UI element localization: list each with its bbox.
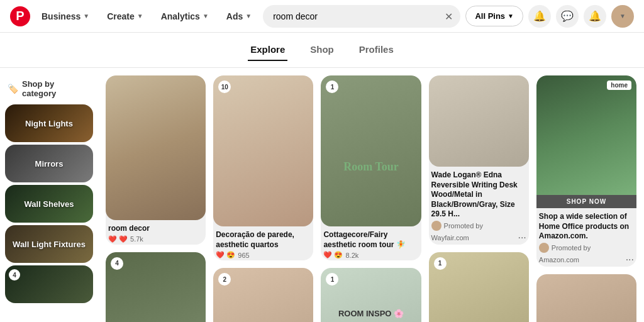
column-5: home SHOP NOW Shop a wide selection of H…	[536, 75, 636, 322]
category-item-mirrors[interactable]: Mirrors	[5, 145, 93, 182]
pin-card-room-decor2[interactable]: Room Decor	[536, 274, 636, 322]
notification-bell-icon[interactable]: 🔔	[528, 5, 551, 28]
pin-card-room-decor[interactable]: room decor ❤️ ❤️ 5.7k	[106, 75, 206, 245]
business-chevron-icon: ▼	[83, 13, 89, 19]
tab-explore[interactable]: Explore	[248, 39, 287, 61]
all-pins-chevron-icon: ▼	[508, 13, 514, 19]
shop-by-category-header: 🏷️ Shop by category	[5, 75, 93, 104]
pin-card-amazon[interactable]: home SHOP NOW Shop a wide selection of H…	[536, 75, 636, 267]
sub-nav: Explore Shop Profiles	[0, 33, 644, 68]
column-1: room decor ❤️ ❤️ 5.7k 4	[106, 75, 206, 322]
pin-card-wade-logan[interactable]: Wade Logan® Edna Reversible Writing Desk…	[429, 75, 529, 245]
tab-shop[interactable]: Shop	[308, 39, 336, 61]
ads-chevron-icon: ▼	[245, 13, 252, 19]
pin-card-extra-col1[interactable]: 4	[106, 252, 206, 322]
pin-card-college-bedroom[interactable]: 1 College Bedroom Setuo ❤️ 😍 29.9k	[429, 252, 529, 322]
alert-icon[interactable]: 🔔	[584, 5, 606, 28]
pin-card-room-inspo[interactable]: 1 ROOM INSPO 🌸	[321, 268, 421, 322]
sidebar: 🏷️ Shop by category Night Lights Mirrors…	[0, 68, 98, 322]
nav-ads[interactable]: Ads ▼	[220, 8, 258, 25]
avatar-chevron-icon: ▼	[619, 13, 626, 19]
category-item-night-lights[interactable]: Night Lights	[5, 104, 93, 142]
category-item-wall-shelves[interactable]: Wall Shelves	[5, 185, 93, 223]
wayfair-avatar	[431, 221, 441, 231]
nav-business[interactable]: Business ▼	[35, 8, 96, 25]
search-clear-button[interactable]: ✕	[445, 10, 453, 22]
room-tour-text-overlay: Room Tour	[343, 160, 399, 174]
avatar[interactable]: ▼	[611, 5, 634, 28]
all-pins-button[interactable]: All Pins ▼	[465, 6, 523, 26]
column-2: 10 Decoração de parede, aesthetic quarto…	[213, 75, 313, 322]
chat-icon[interactable]: 💬	[556, 5, 579, 28]
column-3: 1 Room Tour Cottagecore/Fairy aesthetic …	[321, 75, 421, 322]
analytics-chevron-icon: ▼	[203, 13, 209, 19]
column-4: Wade Logan® Edna Reversible Writing Desk…	[429, 75, 529, 322]
pin-card-cottagecore[interactable]: 1 Room Tour Cottagecore/Fairy aesthetic …	[321, 75, 421, 260]
home-label: home	[607, 80, 631, 90]
search-input[interactable]	[263, 5, 460, 28]
pin-more-button-amazon[interactable]: ···	[626, 254, 634, 265]
amazon-avatar	[539, 243, 549, 253]
pin-more-button[interactable]: ···	[518, 232, 526, 243]
pin-card-decoracao[interactable]: 10 Decoração de parede, aesthetic quarto…	[213, 75, 313, 260]
tab-profiles[interactable]: Profiles	[357, 39, 396, 61]
pin-card-extra-col2[interactable]: 2	[213, 268, 313, 322]
search-bar: ✕	[263, 5, 460, 28]
shop-now-bar[interactable]: SHOP NOW	[536, 195, 636, 208]
header: P Business ▼ Create ▼ Analytics ▼ Ads ▼ …	[0, 0, 644, 33]
category-item-wall-light-fixtures[interactable]: Wall Light Fixtures	[5, 225, 93, 263]
category-item-extra[interactable]: 4	[5, 265, 93, 303]
room-inspo-overlay: ROOM INSPO 🌸	[338, 309, 404, 318]
create-chevron-icon: ▼	[137, 13, 143, 19]
pin-grid: room decor ❤️ ❤️ 5.7k 4 10	[98, 68, 644, 322]
nav-analytics[interactable]: Analytics ▼	[155, 8, 215, 25]
pinterest-logo[interactable]: P	[10, 6, 30, 26]
nav-create[interactable]: Create ▼	[101, 8, 150, 25]
tag-icon: 🏷️	[8, 84, 18, 94]
